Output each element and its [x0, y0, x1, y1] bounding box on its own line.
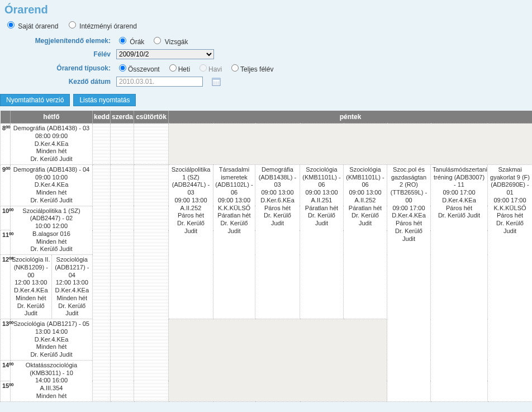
classes-radio[interactable]: Órák — [116, 35, 144, 46]
event-fri-6[interactable]: Szoc.pol és gazdaságtan 2 (RO) (TTB2659L… — [387, 164, 431, 401]
view-mode-row: Saját órarend Intézményi órarend — [0, 18, 532, 34]
page-title: Órarend — [0, 0, 532, 18]
event-mon-9[interactable]: Demográfia (ADB1438) - 04 09:00 10:00 D.… — [11, 164, 93, 206]
col-friday: péntek — [169, 111, 533, 124]
hour-13: 13⁰⁰ — [1, 319, 11, 361]
cell-tue-8 — [93, 124, 111, 165]
event-mon-12a[interactable]: Szociológia II. (NKB1209) - 00 12:00 13:… — [11, 255, 52, 319]
display-elements-label: Megjelenítendő elemek: — [4, 37, 116, 45]
own-schedule-radio[interactable]: Saját órarend — [4, 22, 60, 30]
event-mon-8[interactable]: Demográfia (ADB1438) - 03 08:00 09:00 D.… — [11, 124, 93, 165]
exams-radio-text: Vizsgák — [165, 38, 188, 46]
hour-9: 9⁰⁰ — [1, 164, 11, 206]
event-mon-13[interactable]: Szociológia (ADB1217) - 05 13:00 14:00 D… — [11, 319, 93, 361]
col-wednesday: szerda — [111, 111, 134, 124]
cell-fri-bottom — [169, 319, 387, 402]
calendar-icon[interactable] — [212, 77, 221, 86]
col-monday: hétfő — [11, 111, 93, 124]
type-monthly-input — [200, 64, 207, 72]
semester-label: Félév — [4, 50, 116, 58]
hour-15: 15⁰⁰ — [1, 381, 11, 401]
event-fri-8[interactable]: Szakmai gyakorlat 9 (F) (ADB2690E) - 01 … — [488, 164, 533, 401]
institutional-schedule-radio-input[interactable] — [69, 21, 76, 29]
time-header — [1, 111, 11, 124]
printable-button[interactable]: Nyomtatható verzió — [0, 94, 70, 106]
cell-tue-rest — [93, 164, 111, 401]
event-fri-4[interactable]: Szociológia (KMB1101L) - 06 09:00 13:00 … — [300, 164, 344, 319]
type-aggregate-radio[interactable]: Összevont — [116, 63, 160, 73]
event-mon-10[interactable]: Szociálpolitika 1 (SZ) (ADB2447) - 02 10… — [11, 206, 93, 255]
classes-radio-input[interactable] — [119, 37, 126, 44]
hour-10: 10⁰⁰ — [1, 206, 11, 230]
event-mon-12[interactable]: Szociológia II. (NKB1209) - 00 12:00 13:… — [11, 255, 93, 319]
svg-rect-1 — [212, 78, 220, 80]
type-aggregate-input[interactable] — [119, 64, 126, 72]
start-date-label: Kezdő dátum — [4, 78, 116, 86]
schedule-table: hétfő kedd szerda csütörtök péntek 8⁰⁰ D… — [0, 111, 532, 402]
type-monthly-radio[interactable]: Havi — [197, 63, 222, 73]
type-aggregate-text: Összevont — [128, 65, 160, 73]
type-monthly-text: Havi — [208, 65, 222, 73]
event-fri-2[interactable]: Társadalmi ismeretek (ADB1102L) - 06 09:… — [213, 164, 255, 319]
cell-thu-rest — [134, 164, 169, 401]
institutional-schedule-radio[interactable]: Intézményi órarend — [66, 22, 137, 30]
type-weekly-input[interactable] — [169, 64, 177, 72]
col-thursday: csütörtök — [134, 111, 169, 124]
semester-select[interactable]: 2009/10/2 — [116, 49, 214, 59]
type-full-text: Teljes félév — [240, 65, 273, 73]
hour-14: 14⁰⁰ — [1, 360, 11, 381]
institutional-schedule-label: Intézményi órarend — [79, 22, 137, 30]
hour-11: 11⁰⁰ — [1, 230, 11, 255]
event-mon-14[interactable]: Oktatásszociológia (KMB3011) - 10 14:00 … — [11, 360, 93, 401]
event-fri-5[interactable]: Szociológia (KMB1101L) - 06 09:00 13:00 … — [344, 164, 387, 319]
list-print-button[interactable]: Listás nyomtatás — [73, 94, 136, 106]
own-schedule-label: Saját órarend — [18, 22, 58, 30]
type-full-input[interactable] — [231, 64, 239, 72]
event-fri-7[interactable]: Tanulásmódszertani tréning (ADB3007) - 1… — [431, 164, 488, 401]
schedule-types-label: Órarend típusok: — [4, 64, 116, 72]
event-mon-12b[interactable]: Szociológia (ADB1217) - 04 12:00 13:00 D… — [52, 255, 93, 319]
event-fri-3[interactable]: Demográfia (ADB1438L) - 03 09:00 13:00 D… — [255, 164, 300, 319]
start-date-input[interactable] — [116, 77, 203, 87]
event-fri-1[interactable]: Szociálpolitika 1 (SZ) (ADB2447L) - 03 0… — [169, 164, 213, 319]
cell-fri-8 — [169, 124, 533, 165]
type-weekly-radio[interactable]: Heti — [167, 63, 190, 73]
exams-radio[interactable]: Vizsgák — [151, 35, 188, 46]
exams-radio-input[interactable] — [154, 37, 161, 44]
cell-wed-rest — [111, 164, 134, 401]
col-tuesday: kedd — [93, 111, 111, 124]
cell-thu-8 — [134, 124, 169, 165]
hour-12: 12⁰⁰ — [1, 255, 11, 319]
type-full-radio[interactable]: Teljes félév — [229, 63, 273, 73]
cell-wed-8 — [111, 124, 134, 165]
classes-radio-text: Órák — [130, 38, 144, 46]
type-weekly-text: Heti — [178, 65, 190, 73]
own-schedule-radio-input[interactable] — [7, 21, 15, 29]
hour-8: 8⁰⁰ — [1, 124, 11, 165]
